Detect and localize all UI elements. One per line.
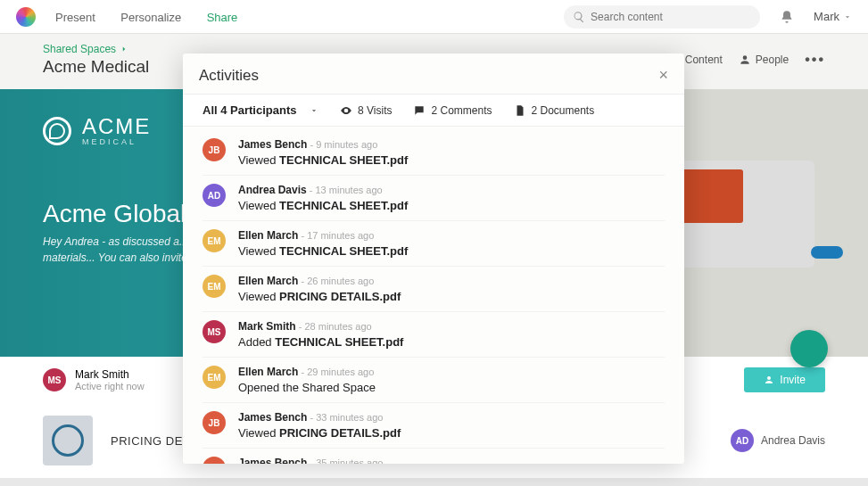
activity-timestamp: - 9 minutes ago xyxy=(307,139,377,150)
presence-name: Mark Smith xyxy=(75,368,145,381)
avatar: JB xyxy=(203,457,226,464)
avatar: EM xyxy=(203,275,226,298)
people-button[interactable]: People xyxy=(739,54,789,66)
eye-icon xyxy=(340,104,352,117)
user-name: Mark xyxy=(814,10,839,23)
fab-button[interactable] xyxy=(790,330,828,367)
activity-action: Viewed TECHNICAL SHEET.pdf xyxy=(238,153,408,167)
brand-subtitle: MEDICAL xyxy=(82,137,151,146)
brand-icon xyxy=(43,117,71,145)
avatar: JB xyxy=(203,411,226,434)
activity-row: JBJames Bench - 33 minutes agoViewed PRI… xyxy=(203,403,665,449)
breadcrumb[interactable]: Shared Spaces xyxy=(43,43,149,55)
presence-status: Active right now xyxy=(75,381,145,391)
page-title: Acme Medical xyxy=(43,57,149,77)
stat-visits: 8 Visits xyxy=(340,104,392,117)
activity-user: Mark Smith xyxy=(238,320,296,333)
activity-row: EMEllen March - 17 minutes agoViewed TEC… xyxy=(203,221,665,267)
bell-icon[interactable] xyxy=(780,10,794,24)
avatar: EM xyxy=(203,366,226,389)
activity-row: MSMark Smith - 28 minutes agoAdded TECHN… xyxy=(203,312,665,358)
activity-action: Added TECHNICAL SHEET.pdf xyxy=(238,335,403,349)
attendee-row: AD Andrea Davis xyxy=(731,429,825,452)
activities-modal: Activities × All 4 Participants 8 Visits… xyxy=(183,54,684,464)
activity-row: JBJames Bench - 9 minutes agoViewed TECH… xyxy=(203,130,665,176)
activity-user: Ellen March xyxy=(238,275,298,287)
activity-user: Andrea Davis xyxy=(238,184,307,196)
participant-filter[interactable]: All 4 Participants xyxy=(203,103,318,117)
activity-action: Opened the Shared Space xyxy=(238,381,376,394)
user-menu[interactable]: Mark xyxy=(814,10,852,23)
activity-action: Viewed PRICING DETAILS.pdf xyxy=(238,426,401,440)
activity-timestamp: - 35 minutes ago xyxy=(307,457,383,464)
activity-user: Ellen March xyxy=(238,229,298,242)
doc-thumbnail[interactable] xyxy=(43,416,93,465)
activity-timestamp: - 33 minutes ago xyxy=(307,412,383,423)
activity-row: JBJames Bench - 35 minutes ago xyxy=(203,449,665,464)
device-image xyxy=(672,161,814,268)
activity-row: ADAndrea Davis - 13 minutes agoViewed TE… xyxy=(203,176,665,221)
avatar: AD xyxy=(203,184,226,207)
search-input-wrapper[interactable] xyxy=(564,5,760,29)
brand-name: ACME xyxy=(82,116,151,137)
main-nav: Present Personalize Share xyxy=(55,9,259,25)
activity-row: EMEllen March - 26 minutes agoViewed PRI… xyxy=(203,267,665,312)
stat-documents: 2 Documents xyxy=(514,104,595,117)
nav-share[interactable]: Share xyxy=(207,11,238,24)
document-icon xyxy=(514,104,526,117)
logo-icon xyxy=(16,7,36,27)
chevron-down-icon xyxy=(843,12,852,21)
comment-icon xyxy=(413,104,426,117)
activity-timestamp: - 26 minutes ago xyxy=(298,276,374,286)
activity-timestamp: - 13 minutes ago xyxy=(307,185,383,195)
avatar: EM xyxy=(203,229,226,252)
avatar: JB xyxy=(203,138,226,161)
activity-action: Viewed TECHNICAL SHEET.pdf xyxy=(238,199,408,212)
activity-feed[interactable]: JBJames Bench - 9 minutes agoViewed TECH… xyxy=(183,127,684,464)
top-bar: Present Personalize Share Mark xyxy=(0,0,868,34)
chevron-right-icon xyxy=(120,45,128,54)
search-input[interactable] xyxy=(591,11,751,23)
activity-row: EMEllen March - 29 minutes agoOpened the… xyxy=(203,358,665,403)
avatar: MS xyxy=(43,368,66,391)
activity-user: James Bench xyxy=(238,457,307,464)
search-icon xyxy=(573,11,585,23)
stat-comments: 2 Comments xyxy=(413,104,492,117)
activity-action: Viewed TECHNICAL SHEET.pdf xyxy=(238,244,408,258)
activity-timestamp: - 29 minutes ago xyxy=(298,367,374,377)
chevron-down-icon xyxy=(310,106,318,115)
avatar: MS xyxy=(203,320,226,343)
activity-action: Viewed PRICING DETAILS.pdf xyxy=(238,290,401,303)
person-icon xyxy=(739,54,751,66)
activity-user: James Bench xyxy=(238,138,307,151)
person-add-icon xyxy=(764,375,774,385)
nav-present[interactable]: Present xyxy=(55,11,95,24)
nav-personalize[interactable]: Personalize xyxy=(120,11,181,24)
attendee-name: Andrea Davis xyxy=(761,434,825,447)
activity-timestamp: - 28 minutes ago xyxy=(296,321,372,332)
activity-user: Ellen March xyxy=(238,366,298,378)
more-menu[interactable]: ••• xyxy=(805,52,825,68)
activity-user: James Bench xyxy=(238,411,307,424)
close-button[interactable]: × xyxy=(658,66,668,85)
activity-timestamp: - 17 minutes ago xyxy=(298,230,374,241)
invite-button[interactable]: Invite xyxy=(744,367,825,392)
modal-title: Activities xyxy=(199,67,259,85)
avatar: AD xyxy=(731,429,754,452)
